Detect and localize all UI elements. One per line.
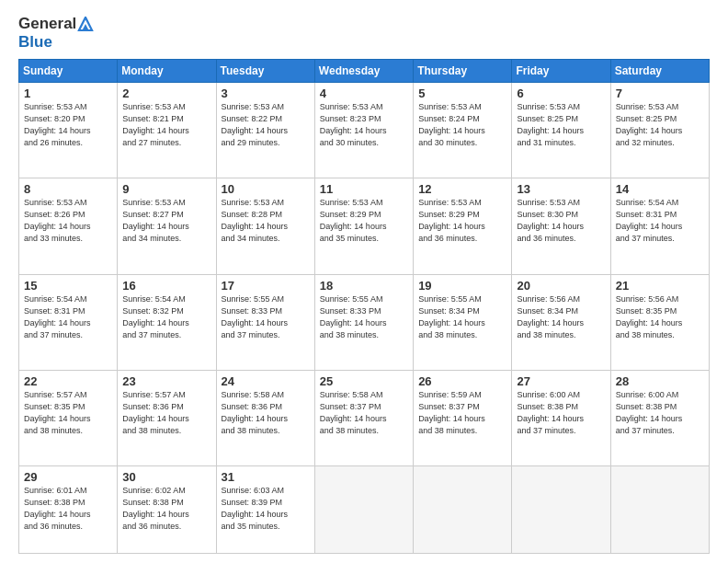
day-number: 1 xyxy=(24,86,112,100)
calendar-cell: 26Sunrise: 5:59 AM Sunset: 8:37 PM Dayli… xyxy=(414,370,512,465)
day-number: 18 xyxy=(320,279,408,293)
day-info: Sunrise: 5:53 AM Sunset: 8:30 PM Dayligh… xyxy=(517,197,605,245)
day-info: Sunrise: 5:54 AM Sunset: 8:32 PM Dayligh… xyxy=(122,293,210,341)
calendar-cell: 20Sunrise: 5:56 AM Sunset: 8:34 PM Dayli… xyxy=(512,274,610,370)
day-info: Sunrise: 5:53 AM Sunset: 8:20 PM Dayligh… xyxy=(24,101,112,149)
calendar-cell: 14Sunrise: 5:54 AM Sunset: 8:31 PM Dayli… xyxy=(610,178,709,274)
day-number: 6 xyxy=(517,86,605,100)
calendar-cell: 5Sunrise: 5:53 AM Sunset: 8:24 PM Daylig… xyxy=(414,83,512,178)
page: General Blue SundayMondayTuesdayWednesda… xyxy=(0,0,728,563)
day-number: 20 xyxy=(517,279,605,293)
calendar-cell: 22Sunrise: 5:57 AM Sunset: 8:35 PM Dayli… xyxy=(19,370,118,465)
day-info: Sunrise: 5:57 AM Sunset: 8:36 PM Dayligh… xyxy=(122,389,210,437)
day-info: Sunrise: 5:59 AM Sunset: 8:37 PM Dayligh… xyxy=(418,389,506,437)
calendar-header-sunday: Sunday xyxy=(19,60,118,83)
calendar-header-thursday: Thursday xyxy=(414,60,512,83)
day-info: Sunrise: 5:54 AM Sunset: 8:31 PM Dayligh… xyxy=(24,293,112,341)
day-number: 28 xyxy=(616,374,704,388)
logo-general: General xyxy=(18,15,76,33)
calendar-cell: 16Sunrise: 5:54 AM Sunset: 8:32 PM Dayli… xyxy=(118,274,216,370)
day-info: Sunrise: 6:00 AM Sunset: 8:38 PM Dayligh… xyxy=(616,389,704,437)
logo-blue: Blue xyxy=(18,33,52,51)
day-info: Sunrise: 5:53 AM Sunset: 8:26 PM Dayligh… xyxy=(24,197,112,245)
calendar-cell: 17Sunrise: 5:55 AM Sunset: 8:33 PM Dayli… xyxy=(216,274,314,370)
day-info: Sunrise: 6:01 AM Sunset: 8:38 PM Dayligh… xyxy=(24,485,112,533)
day-info: Sunrise: 6:03 AM Sunset: 8:39 PM Dayligh… xyxy=(222,485,310,533)
svg-marker-1 xyxy=(83,24,89,30)
day-number: 7 xyxy=(616,86,704,100)
calendar-cell: 12Sunrise: 5:53 AM Sunset: 8:29 PM Dayli… xyxy=(414,178,512,274)
calendar-cell: 10Sunrise: 5:53 AM Sunset: 8:28 PM Dayli… xyxy=(216,178,314,274)
day-info: Sunrise: 5:53 AM Sunset: 8:25 PM Dayligh… xyxy=(616,101,704,149)
day-info: Sunrise: 5:56 AM Sunset: 8:35 PM Dayligh… xyxy=(616,293,704,341)
calendar-table: SundayMondayTuesdayWednesdayThursdayFrid… xyxy=(18,59,710,554)
calendar-cell: 21Sunrise: 5:56 AM Sunset: 8:35 PM Dayli… xyxy=(610,274,709,370)
day-info: Sunrise: 5:53 AM Sunset: 8:28 PM Dayligh… xyxy=(222,197,310,245)
day-info: Sunrise: 5:53 AM Sunset: 8:21 PM Dayligh… xyxy=(122,101,210,149)
day-number: 2 xyxy=(122,86,210,100)
day-number: 23 xyxy=(122,374,210,388)
calendar-cell: 11Sunrise: 5:53 AM Sunset: 8:29 PM Dayli… xyxy=(314,178,413,274)
calendar-header-wednesday: Wednesday xyxy=(314,60,413,83)
calendar-cell: 15Sunrise: 5:54 AM Sunset: 8:31 PM Dayli… xyxy=(19,274,118,370)
calendar-week-1: 1Sunrise: 5:53 AM Sunset: 8:20 PM Daylig… xyxy=(19,83,710,178)
day-number: 5 xyxy=(418,86,506,100)
calendar-week-4: 22Sunrise: 5:57 AM Sunset: 8:35 PM Dayli… xyxy=(19,370,710,465)
calendar-header-tuesday: Tuesday xyxy=(216,60,314,83)
day-info: Sunrise: 5:56 AM Sunset: 8:34 PM Dayligh… xyxy=(517,293,605,341)
day-number: 30 xyxy=(122,470,210,484)
day-number: 24 xyxy=(222,374,310,388)
day-number: 17 xyxy=(222,279,310,293)
calendar-cell: 1Sunrise: 5:53 AM Sunset: 8:20 PM Daylig… xyxy=(19,83,118,178)
logo-icon xyxy=(77,17,94,31)
calendar-week-2: 8Sunrise: 5:53 AM Sunset: 8:26 PM Daylig… xyxy=(19,178,710,274)
day-number: 27 xyxy=(517,374,605,388)
day-info: Sunrise: 5:57 AM Sunset: 8:35 PM Dayligh… xyxy=(24,389,112,437)
calendar-cell: 13Sunrise: 5:53 AM Sunset: 8:30 PM Dayli… xyxy=(512,178,610,274)
day-number: 14 xyxy=(616,182,704,196)
calendar-cell: 29Sunrise: 6:01 AM Sunset: 8:38 PM Dayli… xyxy=(19,466,118,554)
day-info: Sunrise: 5:55 AM Sunset: 8:33 PM Dayligh… xyxy=(222,293,310,341)
day-number: 3 xyxy=(222,86,310,100)
calendar-week-3: 15Sunrise: 5:54 AM Sunset: 8:31 PM Dayli… xyxy=(19,274,710,370)
day-number: 4 xyxy=(320,86,408,100)
calendar-cell xyxy=(610,466,709,554)
day-info: Sunrise: 5:53 AM Sunset: 8:29 PM Dayligh… xyxy=(320,197,408,245)
day-info: Sunrise: 5:53 AM Sunset: 8:23 PM Dayligh… xyxy=(320,101,408,149)
day-info: Sunrise: 5:58 AM Sunset: 8:36 PM Dayligh… xyxy=(222,389,310,437)
day-number: 15 xyxy=(24,279,112,293)
day-number: 13 xyxy=(517,182,605,196)
day-number: 29 xyxy=(24,470,112,484)
calendar-cell: 9Sunrise: 5:53 AM Sunset: 8:27 PM Daylig… xyxy=(118,178,216,274)
calendar-cell: 6Sunrise: 5:53 AM Sunset: 8:25 PM Daylig… xyxy=(512,83,610,178)
day-info: Sunrise: 5:54 AM Sunset: 8:31 PM Dayligh… xyxy=(616,197,704,245)
calendar-cell: 4Sunrise: 5:53 AM Sunset: 8:23 PM Daylig… xyxy=(314,83,413,178)
calendar-cell: 7Sunrise: 5:53 AM Sunset: 8:25 PM Daylig… xyxy=(610,83,709,178)
calendar-cell: 24Sunrise: 5:58 AM Sunset: 8:36 PM Dayli… xyxy=(216,370,314,465)
calendar-header-monday: Monday xyxy=(118,60,216,83)
calendar-cell: 2Sunrise: 5:53 AM Sunset: 8:21 PM Daylig… xyxy=(118,83,216,178)
day-number: 10 xyxy=(222,182,310,196)
day-info: Sunrise: 5:58 AM Sunset: 8:37 PM Dayligh… xyxy=(320,389,408,437)
calendar-header-row: SundayMondayTuesdayWednesdayThursdayFrid… xyxy=(19,60,710,83)
calendar-cell xyxy=(414,466,512,554)
calendar-cell: 23Sunrise: 5:57 AM Sunset: 8:36 PM Dayli… xyxy=(118,370,216,465)
calendar-cell: 8Sunrise: 5:53 AM Sunset: 8:26 PM Daylig… xyxy=(19,178,118,274)
calendar-cell: 18Sunrise: 5:55 AM Sunset: 8:33 PM Dayli… xyxy=(314,274,413,370)
day-info: Sunrise: 5:55 AM Sunset: 8:33 PM Dayligh… xyxy=(320,293,408,341)
day-number: 21 xyxy=(616,279,704,293)
day-number: 26 xyxy=(418,374,506,388)
calendar-cell xyxy=(512,466,610,554)
day-number: 22 xyxy=(24,374,112,388)
calendar-cell: 27Sunrise: 6:00 AM Sunset: 8:38 PM Dayli… xyxy=(512,370,610,465)
day-info: Sunrise: 6:02 AM Sunset: 8:38 PM Dayligh… xyxy=(122,485,210,533)
calendar-cell: 19Sunrise: 5:55 AM Sunset: 8:34 PM Dayli… xyxy=(414,274,512,370)
calendar-header-saturday: Saturday xyxy=(610,60,709,83)
header: General Blue xyxy=(18,15,710,52)
day-number: 19 xyxy=(418,279,506,293)
day-number: 9 xyxy=(122,182,210,196)
day-number: 12 xyxy=(418,182,506,196)
calendar-week-5: 29Sunrise: 6:01 AM Sunset: 8:38 PM Dayli… xyxy=(19,466,710,554)
day-info: Sunrise: 5:53 AM Sunset: 8:25 PM Dayligh… xyxy=(517,101,605,149)
calendar-cell: 30Sunrise: 6:02 AM Sunset: 8:38 PM Dayli… xyxy=(118,466,216,554)
